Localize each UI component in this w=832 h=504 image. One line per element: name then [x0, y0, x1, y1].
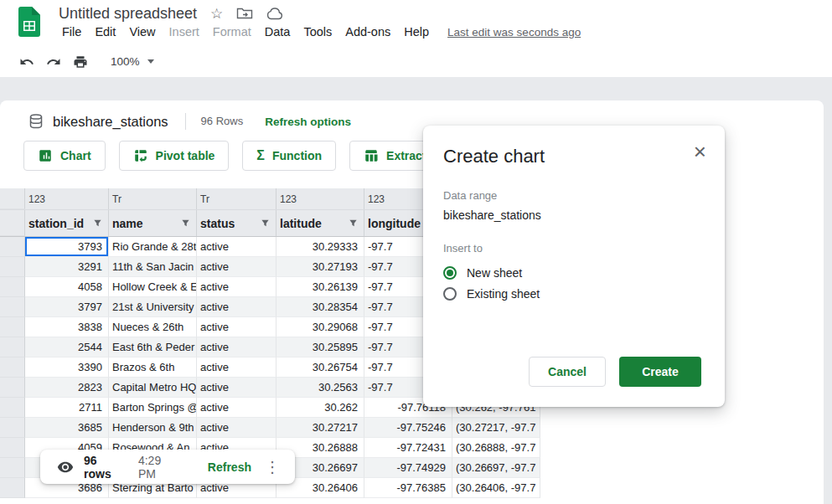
- document-title[interactable]: Untitled spreadsheet: [59, 5, 197, 23]
- column-header-status[interactable]: status: [197, 210, 276, 236]
- menu-help[interactable]: Help: [397, 23, 436, 41]
- cell[interactable]: 30.262: [276, 398, 364, 418]
- cell[interactable]: 30.25895: [276, 337, 364, 357]
- menu-format[interactable]: Format: [206, 23, 258, 41]
- column-header-station_id[interactable]: station_id: [25, 210, 109, 236]
- cell[interactable]: 3797: [25, 297, 109, 317]
- menu-insert[interactable]: Insert: [163, 23, 206, 41]
- row-header[interactable]: [0, 418, 25, 438]
- menu-file[interactable]: File: [55, 23, 88, 41]
- column-header-name[interactable]: name: [109, 210, 197, 236]
- corner-cell[interactable]: [0, 188, 25, 209]
- menu-edit[interactable]: Edit: [88, 23, 122, 41]
- cell[interactable]: active: [197, 398, 276, 418]
- row-header[interactable]: [0, 337, 25, 357]
- cancel-button[interactable]: Cancel: [529, 357, 606, 387]
- cell[interactable]: active: [197, 337, 276, 357]
- close-icon[interactable]: ×: [694, 141, 706, 162]
- cell[interactable]: Brazos & 6th: [109, 357, 197, 378]
- row-header[interactable]: [0, 237, 25, 257]
- cell[interactable]: Hollow Creek & E: [109, 277, 197, 297]
- kebab-menu-icon[interactable]: ⋮: [261, 458, 283, 476]
- cell[interactable]: (30.26888, -97.7: [452, 438, 540, 458]
- filter-icon[interactable]: [349, 219, 358, 228]
- filter-icon[interactable]: [93, 219, 102, 228]
- cell[interactable]: 30.2563: [276, 378, 364, 398]
- cell[interactable]: 3685: [25, 418, 109, 438]
- cell[interactable]: active: [197, 378, 276, 398]
- function-button[interactable]: Σ Function: [242, 141, 336, 171]
- cell[interactable]: 30.28354: [276, 297, 364, 317]
- cell[interactable]: 2711: [25, 398, 109, 418]
- cell[interactable]: 11th & San Jacin: [109, 257, 197, 277]
- column-header-latitude[interactable]: latitude: [276, 210, 364, 236]
- refresh-options-link[interactable]: Refresh options: [265, 116, 351, 128]
- print-button[interactable]: [67, 50, 94, 74]
- cell[interactable]: -97.75246: [364, 418, 452, 438]
- cell[interactable]: active: [197, 257, 276, 277]
- row-header[interactable]: [0, 478, 25, 498]
- row-header[interactable]: [0, 297, 25, 317]
- menu-add-ons[interactable]: Add-ons: [338, 23, 397, 41]
- cell[interactable]: (30.26697, -97.7: [452, 458, 540, 478]
- cell[interactable]: 30.27193: [276, 257, 364, 277]
- row-header[interactable]: [0, 357, 25, 378]
- cell[interactable]: -97.74929: [364, 458, 452, 478]
- row-header[interactable]: [0, 378, 25, 398]
- radio-new-sheet[interactable]: New sheet: [443, 266, 705, 280]
- chart-button[interactable]: Chart: [23, 141, 106, 171]
- menu-data[interactable]: Data: [258, 23, 297, 41]
- row-header[interactable]: [0, 317, 25, 337]
- redo-button[interactable]: [40, 50, 67, 74]
- cell[interactable]: 3838: [25, 317, 109, 337]
- cell[interactable]: (30.26406, -97.7: [452, 478, 540, 498]
- cell[interactable]: 30.29068: [276, 317, 364, 337]
- radio-existing-sheet[interactable]: Existing sheet: [443, 287, 705, 301]
- cell[interactable]: 2823: [25, 378, 109, 398]
- cell[interactable]: Capital Metro HQ: [109, 378, 197, 398]
- corner-cell[interactable]: [0, 210, 25, 236]
- cell[interactable]: -97.76385: [364, 478, 452, 498]
- zoom-control[interactable]: 100%: [106, 52, 159, 71]
- cell[interactable]: 30.26139: [276, 277, 364, 297]
- cell[interactable]: 30.29333: [276, 237, 364, 257]
- cell[interactable]: active: [197, 317, 276, 337]
- cell[interactable]: active: [197, 418, 276, 438]
- pivot-table-button[interactable]: Pivot table: [119, 141, 230, 171]
- cell[interactable]: 3793: [25, 237, 109, 257]
- cell[interactable]: East 6th & Peder: [109, 337, 197, 357]
- cell[interactable]: active: [197, 277, 276, 297]
- cell[interactable]: active: [197, 237, 276, 257]
- row-header[interactable]: [0, 458, 25, 478]
- cell[interactable]: 30.27217: [276, 418, 364, 438]
- cell[interactable]: Nueces & 26th: [109, 317, 197, 337]
- cloud-status-icon[interactable]: [266, 8, 283, 20]
- row-header[interactable]: [0, 277, 25, 297]
- last-edit-status[interactable]: Last edit was seconds ago: [447, 26, 581, 39]
- cell[interactable]: Henderson & 9th: [109, 418, 197, 438]
- cell[interactable]: 30.26754: [276, 357, 364, 378]
- cell[interactable]: 3291: [25, 257, 109, 277]
- menu-view[interactable]: View: [122, 23, 162, 41]
- sheets-logo-icon[interactable]: [18, 7, 40, 37]
- cell[interactable]: 2544: [25, 337, 109, 357]
- refresh-button[interactable]: Refresh: [208, 460, 251, 474]
- filter-icon[interactable]: [261, 219, 270, 228]
- row-header[interactable]: [0, 398, 25, 418]
- create-button[interactable]: Create: [619, 357, 701, 387]
- cell[interactable]: (30.27217, -97.7: [452, 418, 540, 438]
- filter-icon[interactable]: [181, 219, 190, 228]
- move-folder-icon[interactable]: [236, 7, 253, 20]
- cell[interactable]: Barton Springs @: [109, 398, 197, 418]
- cell[interactable]: -97.72431: [364, 438, 452, 458]
- menu-tools[interactable]: Tools: [297, 23, 338, 41]
- row-header[interactable]: [0, 257, 25, 277]
- cell[interactable]: active: [197, 297, 276, 317]
- row-header[interactable]: [0, 438, 25, 458]
- cell[interactable]: 21st & University: [109, 297, 197, 317]
- star-icon[interactable]: ☆: [210, 7, 223, 21]
- cell[interactable]: 4058: [25, 277, 109, 297]
- cell[interactable]: Rio Grande & 28t: [109, 237, 197, 257]
- cell[interactable]: 3390: [25, 357, 109, 378]
- undo-button[interactable]: [13, 50, 40, 74]
